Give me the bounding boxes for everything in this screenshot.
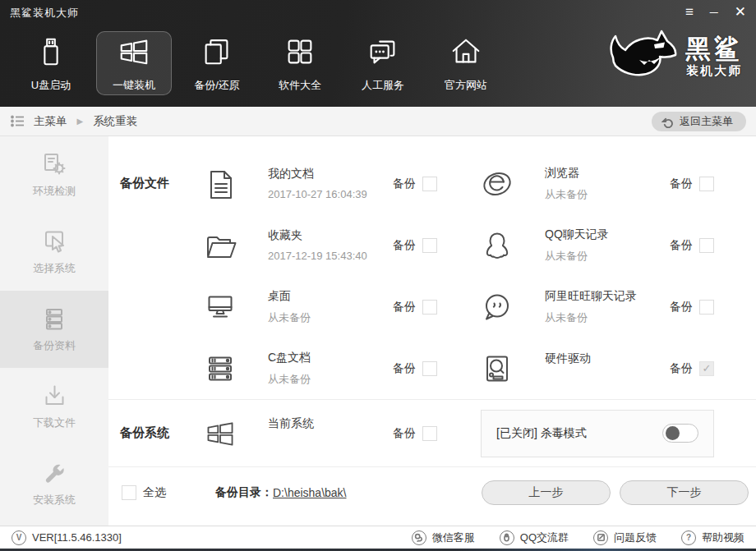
brand-logo: 黑鲨 装机大师 bbox=[603, 28, 743, 85]
chat-bubbles-icon bbox=[366, 34, 400, 72]
shark-logo-icon bbox=[603, 28, 679, 85]
nav-label: 备份/还原 bbox=[194, 78, 240, 93]
backup-dir-link[interactable]: D:\heisha\bak\ bbox=[273, 486, 347, 499]
breadcrumb-home[interactable]: 主菜单 bbox=[34, 114, 67, 129]
select-all-checkbox[interactable] bbox=[122, 485, 136, 500]
sidebar-item-env-check[interactable]: 环境检测 bbox=[0, 136, 108, 214]
steps-sidebar: 环境检测 选择系统 备份资料 下载文件 安装系统 bbox=[0, 136, 108, 526]
backup-label: 备份 bbox=[393, 426, 416, 441]
sidebar-label: 环境检测 bbox=[33, 184, 76, 199]
prev-step-button[interactable]: 上一步 bbox=[482, 480, 611, 505]
close-button[interactable]: ✕ bbox=[735, 5, 746, 20]
item-subtitle: 2017-12-19 15:43:40 bbox=[268, 250, 367, 262]
wechat-support-link[interactable]: 微信客服 bbox=[412, 530, 475, 545]
nav-item-usb-boot[interactable]: U盘启动 bbox=[13, 31, 89, 95]
backup-checkbox[interactable] bbox=[422, 361, 437, 376]
backup-item-my-documents: 我的文档 2017-10-27 16:04:39 备份 bbox=[204, 167, 437, 200]
logo-line2: 装机大师 bbox=[685, 63, 743, 79]
server-stack-icon bbox=[204, 352, 237, 385]
qq-icon bbox=[500, 530, 514, 545]
backup-row: C盘文档 从未备份 备份 硬件驱动 备份 bbox=[108, 337, 756, 399]
header: 黑鲨装机大师 ≡ ─ ✕ U盘启动 一键装机 bbox=[0, 0, 756, 107]
backup-row: 备份文件 我的文档 2017-10-27 16:04:39 备份 bbox=[108, 153, 756, 214]
item-subtitle: 从未备份 bbox=[545, 187, 588, 202]
logo-text: 黑鲨 装机大师 bbox=[685, 35, 743, 79]
backup-checkbox-disabled[interactable] bbox=[699, 361, 714, 376]
item-title: C盘文档 bbox=[268, 351, 311, 365]
cursor-select-icon bbox=[41, 228, 68, 255]
backup-checkbox[interactable] bbox=[699, 177, 714, 191]
backup-checkbox[interactable] bbox=[422, 426, 437, 441]
backup-checkbox[interactable] bbox=[699, 238, 714, 253]
nav-item-software[interactable]: 软件大全 bbox=[262, 31, 338, 95]
item-title: 我的文档 bbox=[268, 167, 367, 181]
backup-label: 备份 bbox=[393, 238, 416, 253]
status-bar: V VER[11.5.46.1330] 微信客服 QQ交流群 问题反馈 ? bbox=[0, 526, 756, 549]
help-video-link[interactable]: ? 帮助视频 bbox=[681, 530, 744, 545]
backup-restore-icon bbox=[200, 34, 234, 72]
antivirus-toggle[interactable] bbox=[662, 424, 698, 443]
wechat-icon bbox=[412, 530, 426, 545]
item-title: 当前系统 bbox=[268, 416, 314, 431]
item-title: 浏览器 bbox=[545, 166, 588, 181]
sidebar-item-download-files[interactable]: 下载文件 bbox=[0, 368, 108, 445]
backup-item-favorites: 收藏夹 2017-12-19 15:43:40 备份 bbox=[204, 228, 437, 262]
sidebar-label: 选择系统 bbox=[33, 261, 76, 276]
version-text: VER[11.5.46.1330] bbox=[32, 531, 122, 544]
section-label-backup-files: 备份文件 bbox=[108, 176, 204, 191]
env-check-icon bbox=[41, 151, 68, 178]
ie-browser-icon bbox=[481, 168, 514, 200]
backup-label: 备份 bbox=[393, 361, 416, 376]
nav-item-backup-restore[interactable]: 备份/还原 bbox=[179, 31, 255, 95]
windows-system-icon bbox=[204, 417, 237, 450]
backup-label: 备份 bbox=[670, 300, 693, 315]
item-subtitle: 从未备份 bbox=[545, 249, 609, 264]
back-button-label: 返回主菜单 bbox=[680, 114, 733, 129]
backup-checkbox[interactable] bbox=[422, 238, 437, 253]
logo-line1: 黑鲨 bbox=[685, 35, 743, 63]
item-title: 桌面 bbox=[268, 289, 311, 304]
sidebar-item-install-system[interactable]: 安装系统 bbox=[0, 445, 108, 522]
apps-grid-icon bbox=[283, 34, 317, 72]
nav-item-one-key-install[interactable]: 一键装机 bbox=[96, 31, 172, 95]
next-step-button[interactable]: 下一步 bbox=[620, 480, 749, 505]
app-window: 黑鲨装机大师 ≡ ─ ✕ U盘启动 一键装机 bbox=[0, 0, 756, 551]
titlebar: 黑鲨装机大师 ≡ ─ ✕ bbox=[0, 0, 756, 26]
help-icon: ? bbox=[681, 530, 696, 545]
back-to-main-menu-button[interactable]: 返回主菜单 bbox=[652, 112, 746, 131]
hard-drive-search-icon bbox=[481, 352, 514, 385]
backup-checkbox[interactable] bbox=[422, 300, 437, 315]
feedback-link[interactable]: 问题反馈 bbox=[593, 530, 657, 545]
item-subtitle bbox=[268, 438, 314, 450]
antivirus-mode-box: [已关闭] 杀毒模式 bbox=[481, 410, 714, 457]
backup-item-browser: 浏览器 从未备份 备份 bbox=[481, 166, 714, 202]
backup-row: 桌面 从未备份 备份 阿里旺旺聊天记录 从未备份 备份 bbox=[108, 276, 756, 337]
select-all-label: 全选 bbox=[143, 485, 166, 500]
backup-item-hardware-drivers: 硬件驱动 备份 bbox=[481, 351, 714, 385]
section-label-backup-system: 备份系统 bbox=[108, 425, 204, 441]
nav-item-official-site[interactable]: 官方网站 bbox=[428, 31, 504, 95]
qq-group-link[interactable]: QQ交流群 bbox=[500, 530, 569, 545]
backup-item-desktop: 桌面 从未备份 备份 bbox=[204, 289, 437, 325]
monitor-icon bbox=[204, 291, 237, 324]
item-title: 硬件驱动 bbox=[545, 351, 591, 366]
antivirus-cell: [已关闭] 杀毒模式 bbox=[481, 410, 714, 457]
menu-icon[interactable]: ≡ bbox=[685, 5, 694, 20]
backup-item-current-system: 当前系统 备份 bbox=[204, 416, 437, 450]
backup-label: 备份 bbox=[670, 177, 693, 191]
minimize-button[interactable]: ─ bbox=[710, 5, 718, 20]
item-title: 收藏夹 bbox=[268, 228, 367, 243]
sidebar-item-select-system[interactable]: 选择系统 bbox=[0, 214, 108, 291]
item-title: 阿里旺旺聊天记录 bbox=[545, 289, 637, 304]
breadcrumb-current: 系统重装 bbox=[93, 114, 137, 129]
toggle-knob bbox=[666, 426, 680, 440]
backup-checkbox[interactable] bbox=[422, 177, 437, 191]
sidebar-item-backup-data[interactable]: 备份资料 bbox=[0, 291, 108, 368]
nav-label: U盘启动 bbox=[31, 78, 71, 93]
undo-arrow-icon bbox=[662, 116, 674, 128]
nav-item-support[interactable]: 人工服务 bbox=[345, 31, 421, 95]
backup-checkbox[interactable] bbox=[699, 300, 714, 315]
qq-penguin-icon bbox=[481, 229, 514, 262]
sidebar-label: 备份资料 bbox=[33, 338, 76, 353]
download-icon bbox=[41, 383, 68, 410]
